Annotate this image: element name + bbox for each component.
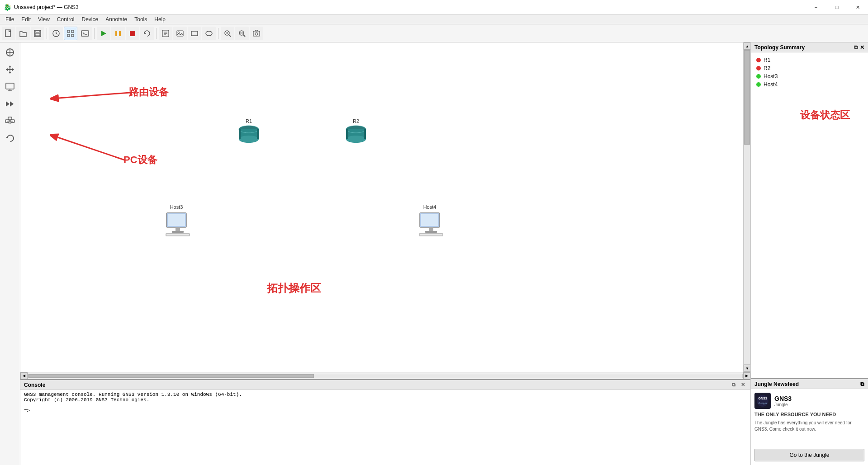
topo-item-host4[interactable]: Host4: [754, 80, 864, 89]
svg-rect-9: [67, 34, 70, 37]
title-text: Unsaved project* — GNS3: [14, 4, 79, 10]
jungle-sub: Jungle: [774, 402, 792, 407]
jungle-body: GNS3 Jungle GNS3 Jungle THE ONLY RESOURC…: [751, 389, 868, 465]
svg-marker-13: [101, 31, 106, 36]
svg-rect-76: [175, 227, 180, 231]
topology-close-button[interactable]: ✕: [860, 44, 864, 51]
horizontal-scrollbar[interactable]: ◀ ▶: [20, 372, 750, 379]
jungle-undock-button[interactable]: ⧉: [860, 381, 864, 387]
svg-rect-15: [119, 31, 121, 36]
svg-rect-11: [81, 31, 89, 36]
svg-marker-46: [6, 101, 9, 107]
edit-node-button[interactable]: [159, 27, 172, 40]
main-layout: 路由设备 PC设备 R1 R2: [0, 42, 868, 465]
new-button[interactable]: [2, 27, 15, 40]
zoom-in-button[interactable]: [221, 27, 234, 40]
zoom-out-button[interactable]: [235, 27, 249, 40]
svg-rect-16: [130, 31, 135, 36]
timer-button[interactable]: [49, 27, 63, 40]
pc-arrow: [50, 122, 140, 176]
console-undock-button[interactable]: ⧉: [730, 382, 737, 388]
pause-all-button[interactable]: [111, 27, 125, 40]
router-r1[interactable]: [237, 125, 261, 147]
goto-jungle-button[interactable]: Go to the Jungle: [754, 449, 864, 461]
svg-rect-71: [346, 129, 348, 139]
console-header: Console ⧉ ✕: [20, 380, 750, 390]
svg-rect-3: [35, 33, 40, 36]
titlebar: 🐉 Unsaved project* — GNS3 − □ ✕: [0, 0, 868, 14]
app-icon: 🐉: [4, 4, 11, 11]
svg-line-26: [229, 35, 231, 37]
console-prompt: =>: [24, 408, 747, 413]
menu-tools[interactable]: Tools: [131, 15, 151, 23]
move-tool[interactable]: [2, 61, 18, 78]
host4-status-dot: [756, 82, 761, 87]
menu-annotate[interactable]: Annotate: [102, 15, 131, 23]
scroll-thumb[interactable]: [744, 50, 750, 145]
undo-tool[interactable]: [2, 130, 18, 146]
save-button[interactable]: [31, 27, 44, 40]
menu-edit[interactable]: Edit: [18, 15, 34, 23]
start-all-button[interactable]: [97, 27, 110, 40]
svg-rect-10: [71, 34, 74, 37]
svg-rect-79: [166, 234, 189, 235]
scroll-down-button[interactable]: ▼: [744, 365, 750, 372]
menu-file[interactable]: File: [2, 15, 18, 23]
reload-button[interactable]: [140, 27, 154, 40]
svg-rect-43: [6, 83, 14, 89]
console-area: Console ⧉ ✕ GNS3 management console. Run…: [20, 379, 750, 465]
svg-rect-65: [239, 129, 241, 139]
scroll-left-button[interactable]: ◀: [20, 372, 28, 380]
topology-undock-button[interactable]: ⧉: [854, 44, 858, 51]
host3-label: Host3: [163, 204, 190, 210]
canvas-area[interactable]: 路由设备 PC设备 R1 R2: [20, 42, 750, 372]
svg-rect-77: [172, 231, 184, 233]
scroll-right-button[interactable]: ▶: [743, 372, 750, 380]
vertical-scrollbar[interactable]: ▲ ▼: [743, 42, 750, 372]
topo-item-host3[interactable]: Host3: [754, 72, 864, 80]
svg-rect-7: [67, 30, 70, 33]
svg-rect-50: [8, 117, 12, 120]
minimize-button[interactable]: −: [806, 0, 826, 14]
svg-line-30: [243, 35, 245, 37]
console-line-1: GNS3 management console. Running GNS3 ve…: [24, 392, 747, 397]
svg-rect-84: [425, 231, 437, 233]
host3-icon[interactable]: [164, 212, 191, 237]
svg-marker-41: [6, 68, 8, 71]
menu-control[interactable]: Control: [53, 15, 78, 23]
network-tool[interactable]: [2, 113, 18, 129]
add-ellipse-button[interactable]: [202, 27, 216, 40]
menu-help[interactable]: Help: [151, 15, 169, 23]
fast-forward-tool[interactable]: [2, 96, 18, 112]
topo-item-r1[interactable]: R1: [754, 56, 864, 64]
menu-view[interactable]: View: [34, 15, 53, 23]
console-button[interactable]: [78, 27, 92, 40]
pc-device-tool[interactable]: [2, 79, 18, 95]
console-title: Console: [24, 382, 45, 388]
host4-label: Host4: [416, 204, 443, 210]
svg-marker-39: [9, 66, 11, 67]
console-close-button[interactable]: ✕: [739, 382, 747, 388]
router-r2[interactable]: [344, 125, 368, 147]
svg-rect-72: [364, 129, 366, 139]
pointer-tool[interactable]: [2, 44, 18, 61]
scroll-up-button[interactable]: ▲: [744, 42, 750, 50]
topology-header: Topology Summary ⧉ ✕: [751, 42, 868, 52]
topo-item-r2[interactable]: R2: [754, 64, 864, 72]
topology-body: R1 R2 Host3 Host4: [751, 52, 868, 92]
add-image-button[interactable]: [173, 27, 187, 40]
jungle-logo: GNS3 Jungle GNS3 Jungle: [754, 393, 864, 409]
host4-icon[interactable]: [417, 212, 445, 237]
host3-name: Host3: [764, 73, 778, 80]
maximize-button[interactable]: □: [826, 0, 847, 14]
screenshot-button[interactable]: [250, 27, 263, 40]
r2-name: R2: [764, 65, 770, 71]
close-button[interactable]: ✕: [847, 0, 868, 14]
stop-all-button[interactable]: [126, 27, 139, 40]
open-button[interactable]: [16, 27, 30, 40]
add-rect-button[interactable]: [188, 27, 201, 40]
menu-device[interactable]: Device: [78, 15, 102, 23]
svg-text:GNS3: GNS3: [758, 397, 767, 400]
snap-to-grid-button[interactable]: [64, 27, 77, 40]
h-scroll-thumb[interactable]: [28, 374, 314, 378]
